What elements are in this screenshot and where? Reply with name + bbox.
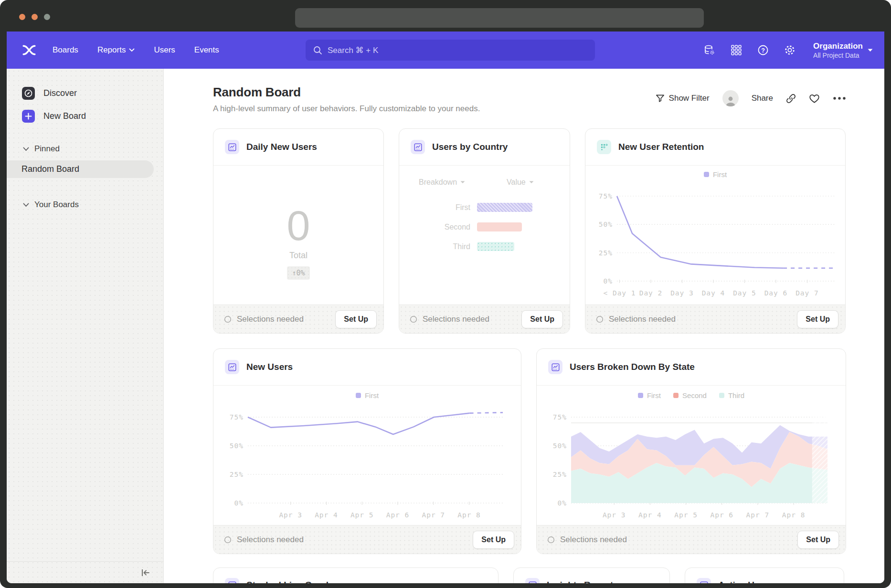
card-title: Users by Country: [432, 142, 508, 152]
favorite-button[interactable]: [809, 94, 820, 104]
nav-item-label: Reports: [97, 45, 126, 55]
svg-text:25%: 25%: [230, 471, 244, 478]
svg-text:< Day 1: < Day 1: [603, 289, 636, 297]
nav-item-label: Users: [154, 45, 175, 55]
svg-text:0%: 0%: [604, 277, 613, 285]
breakdown-dropdown[interactable]: Breakdown: [419, 178, 465, 187]
svg-text:?: ?: [761, 47, 765, 54]
window-zoom-button[interactable]: [44, 14, 50, 20]
svg-text:Apr 6: Apr 6: [386, 511, 410, 519]
window-chrome: [0, 0, 891, 32]
status-text: Selections needed: [423, 315, 516, 324]
card-title: Insights Report: [547, 580, 613, 583]
mixpanel-logo-icon[interactable]: [22, 43, 36, 57]
sidebar-item-label: Discover: [43, 88, 77, 98]
show-filter-button[interactable]: Show Filter: [656, 94, 710, 103]
nav-item-users[interactable]: Users: [154, 45, 175, 55]
nav-item-reports[interactable]: Reports: [97, 45, 135, 55]
copy-link-button[interactable]: [786, 94, 796, 104]
sidebar-section-label: Pinned: [34, 144, 60, 154]
sidebar-section-your-boards[interactable]: Your Boards: [23, 200, 163, 210]
retention-grid-icon: [597, 140, 611, 154]
card-insights-report: Insights Report: [513, 567, 670, 583]
avatar[interactable]: [722, 90, 739, 106]
card-title: Daily New Users: [246, 142, 317, 152]
status-circle-icon: [596, 315, 604, 323]
metric-label: Total: [289, 251, 308, 261]
set-up-button[interactable]: Set Up: [335, 310, 377, 328]
page-title: Random Board: [213, 85, 480, 100]
card-new-user-retention: New User Retention First 75%50%25%0%< Da…: [585, 128, 846, 334]
retention-line-chart: 75%50%25%0%< Day 1Day 2Day 3Day 4Day 5Da…: [589, 182, 842, 301]
svg-text:50%: 50%: [553, 442, 567, 450]
set-up-button[interactable]: Set Up: [797, 310, 838, 328]
window-close-button[interactable]: [19, 14, 25, 20]
org-switcher[interactable]: Organization All Project Data: [813, 41, 873, 59]
legend-item: Second: [673, 391, 707, 399]
nav-item-label: Boards: [53, 45, 78, 55]
plus-icon: [22, 110, 35, 123]
svg-text:Day 2: Day 2: [639, 289, 663, 297]
svg-text:Apr 7: Apr 7: [746, 511, 770, 519]
sidebar-item-random-board[interactable]: Random Board: [7, 160, 154, 178]
set-up-button[interactable]: Set Up: [797, 531, 839, 549]
ellipsis-icon: [833, 96, 846, 100]
column-header: Value: [507, 178, 526, 187]
chevron-down-icon: [23, 203, 29, 207]
share-button[interactable]: Share: [752, 94, 773, 103]
metric-value: 0: [287, 205, 310, 247]
bar-second: [477, 222, 522, 231]
person-icon: [724, 95, 737, 106]
new-users-line-chart: 75%50%25%0%Apr 3Apr 4Apr 5Apr 6Apr 7Apr …: [218, 403, 511, 523]
chart-legend: FirstSecondThird: [537, 391, 846, 399]
apps-grid-icon[interactable]: [730, 44, 742, 56]
data-management-icon[interactable]: [703, 44, 716, 56]
card-users-by-country: Users by Country Breakdown Value: [399, 128, 570, 334]
svg-text:0%: 0%: [558, 499, 567, 507]
svg-text:Apr 5: Apr 5: [674, 511, 698, 519]
card-title: Active Users: [718, 580, 773, 583]
svg-text:25%: 25%: [599, 249, 613, 257]
card-title: New User Retention: [618, 142, 704, 152]
svg-text:Apr 4: Apr 4: [638, 511, 662, 519]
column-header: Breakdown: [419, 178, 457, 187]
svg-text:50%: 50%: [599, 220, 613, 228]
status-circle-icon: [224, 315, 232, 323]
status-text: Selections needed: [609, 315, 792, 324]
svg-text:Day 5: Day 5: [733, 289, 756, 297]
settings-gear-icon[interactable]: [784, 44, 796, 56]
nav-item-events[interactable]: Events: [194, 45, 219, 55]
line-chart-icon: [548, 360, 562, 374]
browser-address-bar[interactable]: [295, 8, 704, 28]
help-icon[interactable]: ?: [757, 44, 769, 56]
window-minimize-button[interactable]: [32, 14, 38, 20]
svg-text:50%: 50%: [230, 442, 244, 450]
sidebar-section-pinned[interactable]: Pinned: [23, 144, 163, 154]
sidebar-item-new-board[interactable]: New Board: [22, 110, 163, 123]
svg-text:Apr 7: Apr 7: [422, 511, 445, 519]
line-chart-icon: [225, 578, 239, 583]
more-options-button[interactable]: [833, 96, 846, 100]
card-daily-new-users: Daily New Users 0 Total ↑0%: [213, 128, 384, 334]
set-up-button[interactable]: Set Up: [521, 310, 563, 328]
value-dropdown[interactable]: Value: [507, 178, 534, 187]
macos-window: Boards Reports Users Events Search ⌘ + K: [0, 0, 891, 588]
svg-text:Apr 8: Apr 8: [782, 511, 806, 519]
breakdown-row: Third: [399, 242, 514, 251]
sidebar-item-discover[interactable]: Discover: [22, 87, 163, 100]
show-filter-label: Show Filter: [669, 94, 710, 103]
status-circle-icon: [224, 536, 232, 544]
sidebar-item-label: New Board: [43, 111, 86, 121]
breakdown-row: First: [399, 203, 532, 212]
page-subtitle: A high-level summary of user behaviors. …: [213, 104, 480, 114]
search-input[interactable]: Search ⌘ + K: [306, 40, 595, 61]
line-chart-icon: [525, 578, 540, 583]
heart-icon: [809, 94, 820, 104]
svg-text:75%: 75%: [553, 413, 567, 421]
sidebar: Discover New Board Pinned Random Board: [7, 69, 164, 583]
collapse-sidebar-icon[interactable]: [140, 568, 151, 578]
svg-text:25%: 25%: [553, 471, 567, 478]
nav-item-boards[interactable]: Boards: [53, 45, 78, 55]
set-up-button[interactable]: Set Up: [473, 531, 514, 549]
legend-item: First: [356, 391, 379, 399]
